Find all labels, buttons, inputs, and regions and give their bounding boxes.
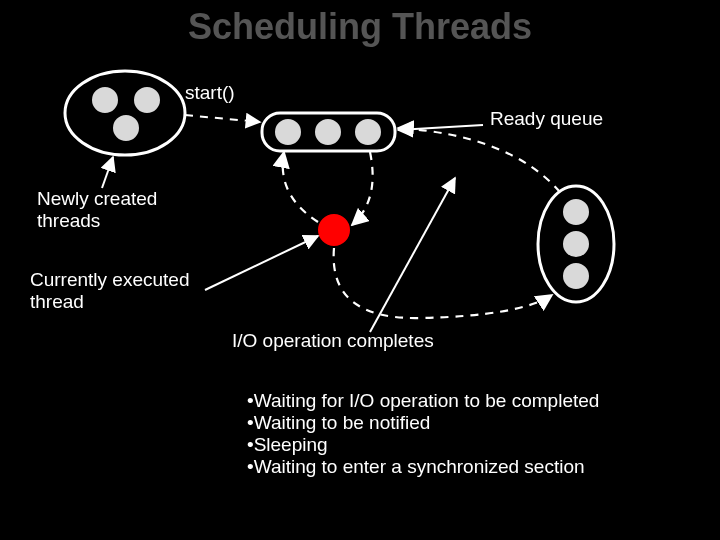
svg-point-10 xyxy=(562,198,590,226)
edge-dispatch xyxy=(352,152,373,225)
new-threads-pool xyxy=(65,71,185,155)
diagram-stage: Scheduling Threads xyxy=(0,0,720,540)
svg-point-8 xyxy=(317,213,351,247)
svg-point-5 xyxy=(274,118,302,146)
current-thread xyxy=(317,213,351,247)
edge-yield xyxy=(283,152,318,222)
bullet-item: Waiting to enter a synchronized section xyxy=(247,456,599,478)
label-currently-executed: Currently executed thread xyxy=(30,269,189,313)
pointer-current xyxy=(205,236,318,290)
svg-point-12 xyxy=(562,262,590,290)
pointer-io xyxy=(370,178,455,332)
edge-wakeup xyxy=(398,128,560,192)
label-start: start() xyxy=(185,82,235,104)
ready-queue xyxy=(262,113,395,151)
pointer-ready xyxy=(398,125,483,130)
bullet-item: Waiting to be notified xyxy=(247,412,599,434)
waiting-pool xyxy=(538,186,614,302)
svg-point-7 xyxy=(354,118,382,146)
label-io-completes: I/O operation completes xyxy=(232,330,434,352)
waiting-reasons-list: Waiting for I/O operation to be complete… xyxy=(247,390,599,477)
edge-start xyxy=(185,115,260,122)
label-ready-queue: Ready queue xyxy=(490,108,603,130)
svg-point-1 xyxy=(91,86,119,114)
label-newly-created: Newly created threads xyxy=(37,188,157,232)
edge-to-waiting xyxy=(334,248,552,318)
svg-point-3 xyxy=(112,114,140,142)
bullet-item: Sleeping xyxy=(247,434,599,456)
pointer-new xyxy=(102,157,113,188)
svg-point-2 xyxy=(133,86,161,114)
svg-point-11 xyxy=(562,230,590,258)
bullet-item: Waiting for I/O operation to be complete… xyxy=(247,390,599,412)
svg-point-6 xyxy=(314,118,342,146)
